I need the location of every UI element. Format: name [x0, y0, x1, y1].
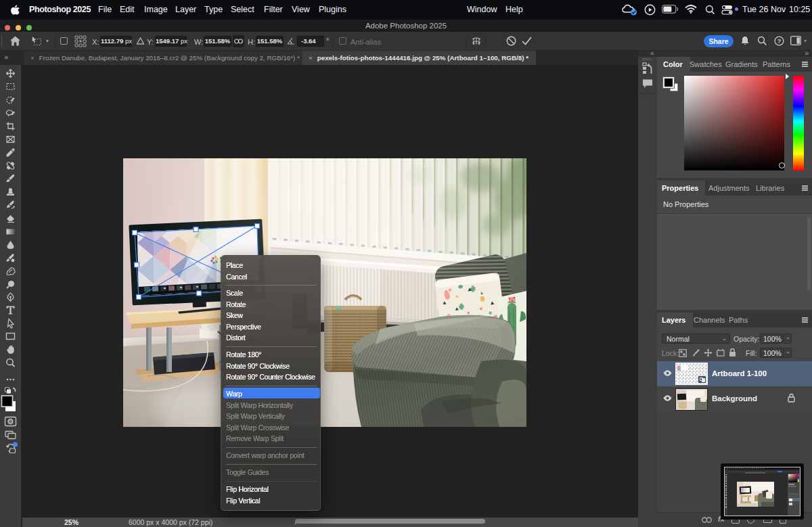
- svg-text:?: ?: [777, 38, 782, 45]
